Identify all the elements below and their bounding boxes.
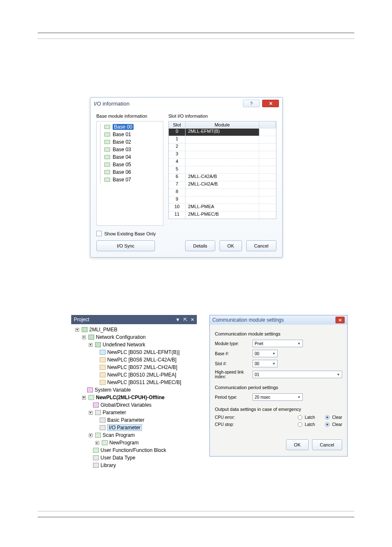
table-row[interactable]: 3: [169, 151, 276, 158]
base-item[interactable]: Base 05: [98, 161, 161, 168]
base-module-label: Base module information: [96, 114, 163, 119]
network-icon: [88, 335, 94, 340]
period-type-label: Period type:: [215, 395, 253, 400]
cancel-button[interactable]: Cancel: [246, 240, 276, 251]
chevron-down-icon: ▼: [297, 395, 301, 399]
hsl-index-label: High-speed link index:: [215, 370, 253, 379]
comm-title-bar[interactable]: Communication module settings ✕: [210, 315, 347, 325]
module-icon: [100, 380, 106, 385]
close-icon[interactable]: ✕: [191, 317, 194, 323]
tree-io-parameter[interactable]: I/O Parameter: [71, 424, 197, 431]
pin-icon[interactable]: ⇱: [183, 317, 187, 323]
table-row[interactable]: 9: [169, 196, 276, 204]
section-emergency-output: Output data settings in case of emergenc…: [215, 407, 342, 412]
base-item[interactable]: Base 00: [98, 123, 161, 131]
base-item[interactable]: Base 01: [98, 131, 161, 138]
tree-root[interactable]: ▾2MLI_PMEB: [71, 326, 197, 333]
project-header[interactable]: Project ▼ ⇱ ✕: [71, 315, 197, 324]
help-button[interactable]: ?: [243, 100, 260, 107]
io-title-text: I/O information: [94, 101, 129, 107]
module-icon: [100, 372, 106, 377]
period-type-combo[interactable]: 20 msec▼: [253, 393, 303, 401]
plc-icon: [88, 395, 94, 400]
project-tree[interactable]: ▾2MLI_PMEB ▾Network Configuration ▾Undef…: [71, 324, 197, 471]
tree-scan-program[interactable]: ▾Scan Program: [71, 431, 197, 439]
cpu-error-latch-radio[interactable]: Latch: [298, 415, 315, 420]
base-label: Base 05: [113, 162, 131, 168]
tree-undefined-network[interactable]: ▾Undefined Network: [71, 341, 197, 348]
module-type-combo[interactable]: Pnet▼: [253, 340, 303, 347]
io-sync-button[interactable]: I/O Sync: [96, 240, 155, 251]
base-label: Base 00: [113, 124, 134, 130]
close-button[interactable]: ✕: [335, 317, 345, 323]
base-item[interactable]: Base 04: [98, 153, 161, 161]
chevron-down-icon: ▼: [272, 362, 276, 366]
base-icon: [104, 170, 110, 174]
tree-network-config[interactable]: ▾Network Configuration: [71, 333, 197, 341]
table-row[interactable]: 2: [169, 143, 276, 151]
tree-plc-node[interactable]: NewPLC [B0S7 2MLL-CH2A/B]: [71, 364, 197, 371]
tree-globals[interactable]: Global/Direct Variables: [71, 401, 197, 409]
table-row[interactable]: 1: [169, 136, 276, 143]
table-row[interactable]: 4: [169, 158, 276, 166]
comm-title-text: Communication module settings: [212, 317, 284, 323]
grid-header: Slot Module: [169, 121, 276, 128]
base-item[interactable]: Base 02: [98, 138, 161, 146]
tree-library[interactable]: Library: [71, 462, 197, 469]
cpu-stop-clear-radio[interactable]: Clear: [325, 422, 342, 427]
tree-user-data-type[interactable]: User Data Type: [71, 454, 197, 462]
close-button[interactable]: ✕: [262, 100, 279, 107]
cpu-stop-latch-radio[interactable]: Latch: [298, 422, 315, 427]
tree-plc-node[interactable]: NewPLC [B0S6 2MLL-C42A/B]: [71, 356, 197, 364]
table-row[interactable]: 5: [169, 166, 276, 173]
base-number-combo[interactable]: 00▼: [253, 350, 278, 357]
program-icon: [95, 433, 101, 438]
tree-plc-node[interactable]: NewPLC [B0S10 2MLL-PMEA]: [71, 371, 197, 379]
base-item[interactable]: Base 03: [98, 146, 161, 153]
tree-plc-node[interactable]: NewPLC [B0S11 2MLL-PMEC/B]: [71, 379, 197, 386]
table-row[interactable]: 72MLL-CH2A/B: [169, 181, 276, 188]
ok-button[interactable]: OK: [219, 240, 242, 251]
details-button[interactable]: Details: [185, 240, 215, 251]
tree-parameter[interactable]: ▾Parameter: [71, 409, 197, 416]
table-row[interactable]: 8: [169, 188, 276, 196]
hsl-index-combo[interactable]: 01▼: [253, 371, 342, 378]
base-item[interactable]: Base 06: [98, 168, 161, 176]
tree-new-program[interactable]: ▸NewProgram: [71, 439, 197, 446]
ok-button[interactable]: OK: [286, 439, 309, 450]
cancel-button[interactable]: Cancel: [312, 439, 342, 450]
base-number-label: Base #:: [215, 351, 253, 356]
dropdown-icon[interactable]: ▼: [175, 317, 180, 322]
base-item[interactable]: Base 07: [98, 176, 161, 183]
io-title-bar[interactable]: I/O information ? ✕: [90, 98, 282, 109]
col-spare: [259, 121, 276, 128]
tree-user-function[interactable]: User Function/Function Block: [71, 446, 197, 454]
show-existing-checkbox[interactable]: [96, 231, 102, 236]
library-icon: [93, 463, 99, 468]
tree-basic-parameter[interactable]: Basic Parameter: [71, 416, 197, 424]
communication-settings-dialog: Communication module settings ✕ Communic…: [209, 315, 348, 457]
tree-system-variable[interactable]: System Variable: [71, 386, 197, 394]
base-label: Base 04: [113, 154, 131, 160]
tree-plc-offline[interactable]: ▾NewPLC(2MLI-CPUH)-Offline: [71, 394, 197, 401]
project-title: Project: [74, 317, 89, 323]
base-label: Base 02: [113, 139, 131, 145]
table-row[interactable]: 02MLL-EFMT(B): [169, 128, 276, 136]
col-slot: Slot: [169, 121, 186, 128]
tree-plc-node[interactable]: NewPLC [B0S0 2MLL-EFMT(B)]: [71, 348, 197, 356]
table-row[interactable]: 102MLL-PMEA: [169, 204, 276, 211]
cpu-error-clear-radio[interactable]: Clear: [325, 415, 342, 420]
chevron-down-icon: ▼: [337, 373, 340, 377]
base-tree[interactable]: Base 00 Base 01 Base 02 Base 03 Base 04 …: [96, 121, 163, 226]
module-icon: [100, 350, 106, 355]
slot-grid[interactable]: Slot Module 02MLL-EFMT(B) 1 2 3 4 5 62ML…: [168, 121, 276, 219]
slot-number-combo[interactable]: 00▼: [253, 360, 278, 367]
section-module-settings: Communication module settings: [215, 331, 342, 336]
help-icon: ?: [250, 101, 253, 106]
base-label: Base 01: [113, 132, 131, 137]
table-row[interactable]: 112MLL-PMEC/B: [169, 211, 276, 219]
base-icon: [104, 155, 110, 159]
module-icon: [100, 365, 106, 370]
table-row[interactable]: 62MLL-C42A/B: [169, 173, 276, 181]
base-icon: [104, 132, 110, 137]
